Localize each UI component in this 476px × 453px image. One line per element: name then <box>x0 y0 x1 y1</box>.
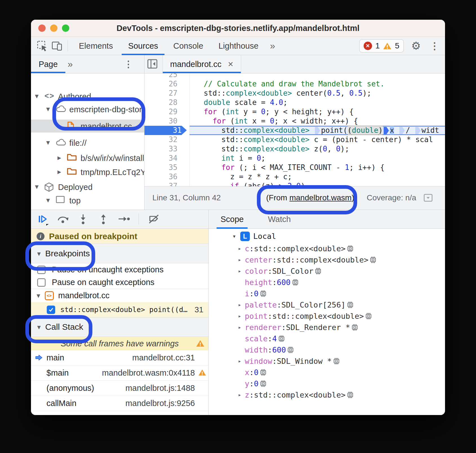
scope-var-color[interactable]: ▸color: SDL_Color <box>209 265 445 277</box>
memory-icon[interactable] <box>277 335 285 342</box>
breakpoints-section-header[interactable]: ▾ Breakpoints <box>31 244 208 263</box>
show-drawer-icon[interactable] <box>424 194 433 204</box>
scope-var-height[interactable]: height: 600 <box>209 277 445 288</box>
line-content[interactable]: for (int y = 0; y < height; y++) { <box>189 107 445 116</box>
line-content[interactable]: // Calculate and draw the Mandelbrot set… <box>189 79 445 89</box>
tab-page[interactable]: Page <box>31 55 65 73</box>
scope-var-i[interactable]: i: 0 <box>209 288 445 299</box>
line-content[interactable]: double scale = 4.0; <box>189 98 445 107</box>
stack-frame-$main[interactable]: $mainmandelbrot.wasm:0x4118 <box>31 365 208 381</box>
breakpoint-file-group[interactable]: ▾ <> mandelbrot.cc <box>31 289 208 302</box>
tree-item-file[interactable]: ▾file:// <box>31 136 144 149</box>
tree-item-deployed[interactable]: ▾Deployed <box>31 180 144 193</box>
wasm-link[interactable]: mandelbrot.wasm <box>289 193 352 202</box>
step-position-marker-icon[interactable] <box>415 127 421 134</box>
chevron-right-icon[interactable]: ▸ <box>238 391 241 398</box>
zoom-window-button[interactable] <box>62 24 69 32</box>
line-number[interactable]: 34 <box>144 154 177 163</box>
tree-item-mandelbrot-cc[interactable]: mandelbrot.cc <box>31 120 144 133</box>
tree-item-b-s-w-ir-x-w-install[interactable]: ▸b/s/w/ir/x/w/install <box>31 151 144 164</box>
line-number[interactable]: 28 <box>144 98 177 107</box>
chevron-right-icon[interactable]: ▸ <box>57 167 61 176</box>
memory-icon[interactable] <box>350 324 358 331</box>
scope-var-z[interactable]: ▸z: std::complex<double> <box>209 389 445 400</box>
line-content[interactable]: if (abs(z) > 2.0) <box>189 181 445 187</box>
scope-var-width[interactable]: width: 600 <box>209 344 445 355</box>
tab-scope[interactable]: Scope <box>217 210 248 229</box>
scope-var-palette[interactable]: ▸palette: SDL_Color[256] <box>209 299 445 310</box>
close-icon[interactable]: ✕ <box>228 60 233 68</box>
memory-icon[interactable] <box>364 312 372 320</box>
line-number[interactable]: 27 <box>144 89 177 98</box>
line-number[interactable]: 25 <box>144 73 177 79</box>
memory-icon[interactable] <box>332 357 340 365</box>
chevron-down-icon[interactable]: ▾ <box>35 182 39 191</box>
deactivate-breakpoints-button[interactable] <box>147 213 160 226</box>
chevron-right-icon[interactable]: ▸ <box>238 301 241 308</box>
tab-elements[interactable]: Elements <box>71 37 121 55</box>
stack-frame--anonymous-[interactable]: (anonymous)mandelbrot.js:1488 <box>31 381 208 396</box>
line-content[interactable]: z = z * z + c; <box>189 172 445 181</box>
pause-uncaught-checkbox[interactable] <box>37 266 46 274</box>
chevron-down-icon[interactable]: ▾ <box>35 92 39 100</box>
line-content[interactable]: std::complex<double> point((double)x / w… <box>189 126 445 135</box>
line-content[interactable]: std::complex<double> z(0, 0); <box>189 144 445 154</box>
chevron-right-icon[interactable]: ▸ <box>238 256 241 263</box>
tab-console[interactable]: Console <box>166 37 211 55</box>
line-number[interactable]: 35 <box>144 163 177 172</box>
memory-icon[interactable] <box>368 256 377 264</box>
memory-icon[interactable] <box>291 279 299 286</box>
breakpoint-entry[interactable]: std::complex<double> point((d… 31 <box>31 302 208 317</box>
chevron-right-icon[interactable]: ▸ <box>238 245 241 252</box>
line-content[interactable]: int i = 0; <box>189 154 445 163</box>
chevron-right-icon[interactable]: ▸ <box>238 324 241 331</box>
memory-icon[interactable] <box>346 245 354 252</box>
step-into-button[interactable] <box>77 213 90 226</box>
memory-icon[interactable] <box>259 369 267 376</box>
scope-var-c[interactable]: ▸c: std::complex<double> <box>209 243 445 254</box>
navigator-kebab-icon[interactable]: ⋮ <box>124 55 133 73</box>
line-number[interactable]: 33 <box>144 144 177 154</box>
step-over-button[interactable] <box>56 213 69 226</box>
inspect-element-button[interactable] <box>35 38 50 54</box>
line-number[interactable]: 32 <box>144 135 177 144</box>
line-content[interactable]: std::complex<double> center(0.5, 0.5); <box>189 89 445 98</box>
resume-button[interactable] <box>36 213 49 226</box>
tab-lighthouse[interactable]: Lighthouse <box>211 37 266 55</box>
step-position-marker-icon[interactable] <box>399 127 405 134</box>
chevron-right-icon[interactable]: ▸ <box>57 153 61 162</box>
chevron-right-icon[interactable]: ▸ <box>238 268 241 274</box>
more-tabs-icon[interactable]: » <box>266 41 279 51</box>
tab-watch[interactable]: Watch <box>264 210 295 229</box>
tree-item-authored[interactable]: ▾<>Authored <box>31 90 144 103</box>
scope-var-point[interactable]: ▸point: std::complex<double> <box>209 310 445 322</box>
code-area[interactable]: 2526 // Calculate and draw the Mandelbro… <box>144 73 445 187</box>
collapse-panel-icon[interactable] <box>147 59 157 70</box>
line-number[interactable]: 37 <box>144 181 177 187</box>
tree-item-top[interactable]: ▾top <box>31 194 144 207</box>
memory-icon[interactable] <box>313 267 322 275</box>
memory-icon[interactable] <box>346 301 354 309</box>
tree-item-emscripten-dbg-storie[interactable]: ▾emscripten-dbg-storie <box>31 103 144 116</box>
chevron-down-icon[interactable]: ▾ <box>46 105 50 113</box>
stack-frame-main[interactable]: mainmandelbrot.cc:31 <box>31 350 208 365</box>
current-position-marker-icon[interactable] <box>384 127 389 134</box>
memory-icon[interactable] <box>259 290 267 297</box>
chevron-right-icon[interactable]: ▸ <box>238 358 241 364</box>
chevron-right-icon[interactable]: ▸ <box>238 313 241 319</box>
step-out-button[interactable] <box>97 213 110 226</box>
scope-var-scale[interactable]: scale: 4 <box>209 333 445 344</box>
line-number[interactable]: 29 <box>144 107 177 116</box>
chevron-down-icon[interactable]: ▾ <box>46 196 50 205</box>
pause-uncaught-row[interactable]: Pause on uncaught exceptions <box>31 263 208 276</box>
editor-tab-mandelbrot[interactable]: mandelbrot.cc ✕ <box>163 55 241 73</box>
line-number[interactable]: 31 <box>144 126 182 135</box>
close-window-button[interactable] <box>38 24 46 32</box>
stack-frame-callmain[interactable]: callMainmandelbrot.js:9256 <box>31 396 208 411</box>
scope-local-row[interactable]: ▾ L Local <box>209 230 445 242</box>
line-content[interactable]: for (int x = 0; x < width; x++) { <box>189 116 445 126</box>
device-toolbar-button[interactable] <box>50 38 64 54</box>
tab-sources[interactable]: Sources <box>121 37 166 55</box>
scope-var-y[interactable]: y: 0 <box>209 378 445 389</box>
line-content[interactable] <box>189 73 445 79</box>
